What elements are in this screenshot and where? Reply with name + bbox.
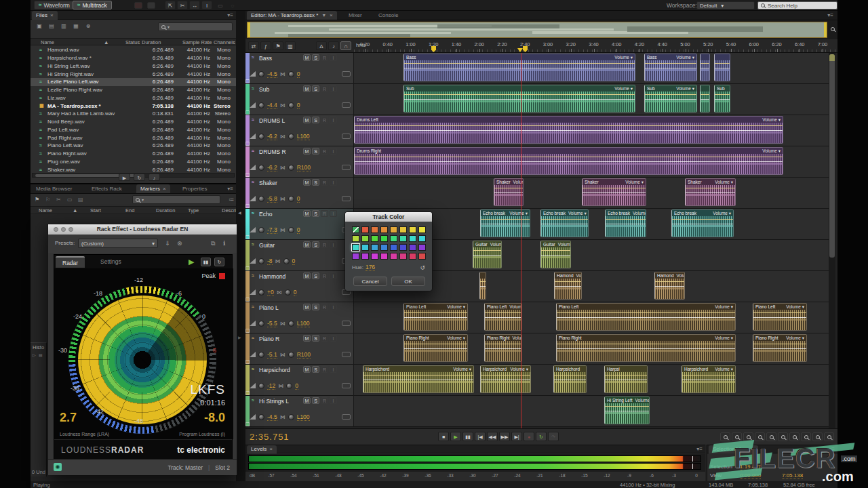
pan-value[interactable]: L100: [297, 413, 310, 421]
envelope-line[interactable]: [557, 348, 735, 349]
audio-clip[interactable]: Piano LeftVolume ▾: [403, 303, 468, 331]
envelope-line[interactable]: [554, 380, 586, 380]
clip-volume-label[interactable]: Volume ▾: [635, 398, 649, 403]
envelope-line[interactable]: [701, 68, 709, 68]
arm-record-button[interactable]: R: [321, 179, 328, 186]
audio-clip[interactable]: Sub: [714, 85, 730, 113]
file-row[interactable]: ≈Liz.wav6:26.48944100 HzMono: [31, 94, 236, 102]
monitor-input-button[interactable]: I: [330, 241, 337, 248]
solo-button[interactable]: S: [312, 148, 319, 155]
volume-envelope-line[interactable]: [606, 219, 646, 220]
workspace-dropdown[interactable]: Default▾: [696, 1, 755, 9]
color-swatch[interactable]: [380, 253, 388, 260]
audio-clip[interactable]: Drums LeftVolume ▾: [354, 116, 783, 144]
loop-playback-button[interactable]: ↻: [536, 432, 547, 441]
mute-button[interactable]: M: [303, 210, 311, 217]
volume-envelope-line[interactable]: [404, 312, 467, 313]
mute-button[interactable]: M: [303, 117, 311, 123]
zoom-out-icon[interactable]: [831, 26, 835, 33]
volume-value[interactable]: +0: [267, 289, 274, 296]
arm-record-button[interactable]: R: [321, 272, 328, 279]
metronome-icon[interactable]: Δ: [316, 41, 327, 50]
color-swatch[interactable]: [399, 244, 407, 251]
panel-menu-icon[interactable]: ▾≡: [227, 186, 233, 192]
pan-knob[interactable]: [288, 165, 294, 171]
markers-column-header[interactable]: Name ▲ Start End Duration Type Descri: [31, 206, 236, 214]
envelope-line[interactable]: [557, 317, 735, 318]
history-clear-icon[interactable]: ▤: [39, 352, 43, 357]
mute-button[interactable]: M: [303, 54, 311, 61]
export-markers-icon[interactable]: ▭: [67, 197, 73, 203]
volume-knob[interactable]: [258, 102, 264, 108]
arm-record-button[interactable]: R: [321, 304, 328, 310]
volume-knob[interactable]: [258, 383, 264, 389]
window-zoom-icon[interactable]: [68, 227, 73, 232]
time-selection-tool[interactable]: I: [201, 1, 212, 9]
move-tool[interactable]: ⇱: [165, 1, 176, 9]
close-icon[interactable]: ×: [50, 12, 54, 18]
close-icon[interactable]: ×: [163, 186, 166, 192]
track-color-dialog[interactable]: Track Color Hue: 176 ↺ Cancel OK: [344, 211, 433, 291]
view-end-value[interactable]: 7:05.138: [782, 472, 803, 479]
color-swatch[interactable]: [409, 235, 416, 242]
clip-volume-label[interactable]: Volume ▾: [558, 242, 570, 247]
volume-envelope-line[interactable]: [583, 188, 646, 188]
monitor-input-button[interactable]: I: [330, 54, 337, 61]
add-marker-icon[interactable]: ⚑: [35, 197, 39, 203]
track-header[interactable]: ≈HammondMSRI+0⋈0: [245, 271, 354, 302]
file-row[interactable]: ≈Hamond.wav6:26.48944100 HzMono: [31, 46, 236, 54]
volume-envelope-line[interactable]: [541, 250, 570, 251]
track-lane[interactable]: Hi String LeftVolume ▾: [354, 396, 829, 427]
audio-clip[interactable]: Drums RightVolume ▾: [354, 147, 783, 175]
envelope-line[interactable]: [404, 317, 467, 318]
clip-volume-label[interactable]: Volume ▾: [509, 304, 521, 310]
mute-button[interactable]: M: [303, 335, 311, 342]
mute-button[interactable]: M: [303, 304, 311, 310]
volume-value[interactable]: -4.4: [267, 102, 277, 109]
record-mode-icon[interactable]: [134, 2, 142, 9]
headphones-icon[interactable]: ∩: [340, 41, 351, 50]
envelope-line[interactable]: [753, 348, 806, 349]
window-minimize-icon[interactable]: [61, 227, 66, 232]
monitor-input-icon[interactable]: ♪: [328, 41, 339, 50]
file-row[interactable]: ≈Mary Had a Little Lamb.wav0:18.83144100…: [31, 110, 236, 118]
track-header[interactable]: ≈HarpsichordMSRI-12⋈0: [245, 365, 354, 396]
volume-value[interactable]: -4.5: [267, 413, 277, 421]
marquee-tool[interactable]: ▭: [215, 1, 226, 9]
audio-clip[interactable]: GuitarVolume ▾: [540, 241, 571, 268]
color-swatch[interactable]: [380, 226, 388, 233]
volume-envelope-line[interactable]: [355, 157, 783, 157]
volume-envelope-line[interactable]: [557, 344, 735, 344]
volume-envelope-line[interactable]: [404, 94, 635, 95]
pan-knob[interactable]: [288, 102, 294, 108]
open-file-icon[interactable]: ▣: [35, 23, 44, 30]
envelope-line[interactable]: [672, 224, 733, 224]
pan-value[interactable]: 0: [292, 258, 296, 265]
info-icon[interactable]: ℹ: [223, 240, 225, 247]
track-lane[interactable]: Piano RightVolume ▾Piano RightVolume ▾Pi…: [354, 333, 829, 365]
color-swatch[interactable]: [390, 244, 397, 251]
volume-envelope-line[interactable]: [753, 344, 806, 344]
file-row[interactable]: ≈Lezlie Piano Left.wav6:26.48944100 HzMo…: [31, 78, 236, 86]
chevron-down-icon[interactable]: ▾: [323, 12, 326, 18]
audio-clip[interactable]: Piano LeftVolume ▾: [556, 303, 736, 331]
track-header[interactable]: ≈GuitarMSRI-8⋈0: [245, 240, 354, 271]
color-swatch[interactable]: [399, 253, 407, 260]
mute-button[interactable]: M: [303, 241, 311, 248]
clip-volume-label[interactable]: Volume ▾: [713, 211, 731, 216]
monitor-input-button[interactable]: I: [330, 335, 337, 342]
tab-selection-view[interactable]: Selection/View×: [709, 445, 758, 453]
selection-start-value[interactable]: 1:19.027: [740, 464, 761, 470]
volume-knob[interactable]: [258, 134, 264, 140]
volume-envelope-line[interactable]: [404, 344, 467, 344]
track-header[interactable]: ≈EchoMSRI-7.3⋈0: [245, 209, 354, 240]
audio-clip[interactable]: ShakerVolume ▾: [582, 178, 646, 206]
monitor-input-button[interactable]: I: [330, 272, 337, 279]
envelope-line[interactable]: [701, 99, 709, 100]
track-lane[interactable]: Drums RightVolume ▾: [354, 146, 829, 178]
clip-volume-label[interactable]: Volume ▾: [614, 55, 633, 60]
clip-volume-label[interactable]: Volume ▾: [786, 304, 804, 310]
volume-envelope-line[interactable]: [363, 375, 473, 375]
volume-envelope-line[interactable]: [655, 281, 684, 282]
color-swatch[interactable]: [418, 226, 426, 233]
